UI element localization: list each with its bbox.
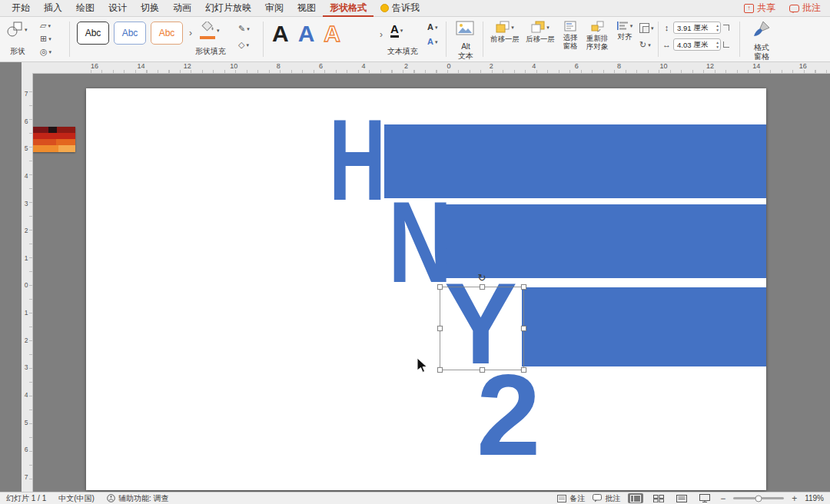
reorder-objects-button[interactable]: 重新排序对象: [583, 21, 612, 51]
shape-options-button[interactable]: ◎▾: [40, 47, 51, 57]
shape-width-input[interactable]: 4.03 厘米 ▴▾: [673, 38, 721, 51]
shape-style-preset-3[interactable]: Abc: [151, 22, 183, 45]
tab-tell-me[interactable]: 告诉我: [374, 0, 427, 17]
offslide-image[interactable]: [32, 127, 75, 152]
normal-view-icon: [630, 495, 641, 502]
resize-handle-bottom-left[interactable]: [437, 367, 443, 373]
ribbon-divider: [69, 22, 70, 57]
comment-icon: [593, 494, 602, 502]
shape-outline-button[interactable]: ✎▾: [238, 24, 250, 34]
text-outline-button[interactable]: A▾: [427, 22, 437, 32]
shape-fill-button[interactable]: ▾: [200, 22, 220, 39]
more-styles-button[interactable]: ›: [189, 28, 192, 38]
resize-handle-top[interactable]: [480, 284, 485, 290]
slide-letter-2[interactable]: 2: [476, 357, 540, 472]
insert-shape-button[interactable]: ▾: [6, 21, 28, 38]
editing-canvas[interactable]: H N Y 2 ↻: [0, 73, 830, 492]
tab-review[interactable]: 审阅: [258, 0, 290, 17]
edit-shape-button[interactable]: ▱▾: [40, 21, 51, 31]
alt-text-button[interactable]: [456, 21, 474, 39]
tab-animations[interactable]: 动画: [166, 0, 198, 17]
shape-style-preset-2[interactable]: Abc: [114, 22, 146, 45]
height-stepper[interactable]: ▴▾: [716, 23, 720, 32]
tab-view[interactable]: 视图: [290, 0, 323, 17]
selection-box[interactable]: ↻: [440, 287, 524, 370]
ruler-number: 2: [25, 227, 28, 234]
accessibility-icon: [107, 494, 115, 502]
rotate-button[interactable]: ↻▾: [639, 40, 654, 50]
palette-stripe: [32, 127, 75, 133]
slide-sorter-button[interactable]: [651, 493, 666, 503]
ruler-number: 7: [25, 473, 28, 481]
more-wordart-button[interactable]: ›: [380, 29, 383, 40]
tab-transitions[interactable]: 切换: [134, 0, 166, 17]
wordart-gallery: A A A: [272, 19, 340, 48]
monitor-icon: [699, 494, 710, 502]
rotation-handle[interactable]: ↻: [478, 272, 486, 284]
comments-button[interactable]: 批注: [789, 2, 821, 15]
paintbrush-icon: [752, 20, 771, 38]
selection-pane-button[interactable]: 选择窗格: [558, 21, 583, 51]
tab-slideshow[interactable]: 幻灯片放映: [198, 0, 258, 17]
shape-effects-button[interactable]: ◇▾: [238, 40, 250, 50]
chevron-down-icon: ▾: [247, 26, 250, 32]
notes-button[interactable]: 备注: [557, 493, 585, 504]
shape-height-input[interactable]: 3.91 厘米 ▴▾: [673, 22, 721, 34]
tab-draw[interactable]: 绘图: [69, 0, 101, 17]
resize-handle-right[interactable]: [521, 326, 526, 331]
ruler-number: 6: [575, 62, 579, 70]
wordart-preset-2[interactable]: A: [298, 22, 315, 45]
slideshow-button[interactable]: [697, 493, 712, 503]
tab-insert[interactable]: 插入: [37, 0, 69, 17]
send-backward-button[interactable]: ▾ 后移一层: [523, 21, 558, 44]
language-indicator[interactable]: 中文(中国): [58, 493, 95, 504]
tab-shape-format[interactable]: 形状格式: [323, 0, 374, 17]
slide-letter-n[interactable]: N: [388, 184, 452, 300]
normal-view-button[interactable]: [628, 493, 643, 503]
slide-canvas[interactable]: H N Y 2 ↻: [86, 88, 766, 490]
accessibility-status[interactable]: 辅助功能: 调查: [107, 493, 169, 504]
shapes-icon: [6, 21, 23, 38]
palette-stripe: [32, 133, 75, 139]
resize-handle-left[interactable]: [437, 326, 443, 331]
slide-bar-y[interactable]: [522, 287, 766, 366]
shape-style-preset-1[interactable]: Abc: [77, 22, 109, 45]
chevron-down-icon: ▾: [435, 39, 438, 45]
text-fill-button[interactable]: A ▾: [390, 23, 403, 38]
chevron-down-icon: ▾: [246, 42, 249, 48]
bring-forward-button[interactable]: ▾ 前移一层: [487, 21, 523, 44]
merge-shapes-button[interactable]: ⊞▾: [40, 34, 51, 44]
height-unit: 厘米: [694, 23, 709, 33]
zoom-level[interactable]: 119%: [805, 494, 824, 502]
group-objects-button[interactable]: ▾: [639, 23, 654, 33]
tab-design[interactable]: 设计: [101, 0, 134, 17]
tab-home[interactable]: 开始: [5, 0, 37, 17]
slide-sorter-icon: [653, 495, 664, 502]
share-button[interactable]: ↑ 共享: [744, 2, 775, 15]
wordart-preset-3[interactable]: A: [324, 22, 340, 45]
horizontal-ruler[interactable]: 1614121086420246810121416: [22, 61, 830, 74]
reading-view-button[interactable]: [674, 493, 689, 503]
ruler-number: 1: [25, 254, 28, 262]
status-bar: 幻灯片 1 / 1 中文(中国) 辅助功能: 调查 备注 批注: [0, 492, 830, 504]
zoom-out-button[interactable]: −: [720, 493, 725, 504]
status-bar-right: 备注 批注: [557, 493, 824, 504]
wordart-preset-1[interactable]: A: [272, 22, 289, 45]
chevron-down-icon: ▾: [217, 28, 220, 33]
slide-letter-h[interactable]: H: [329, 102, 386, 217]
zoom-in-button[interactable]: +: [792, 493, 797, 504]
vertical-ruler[interactable]: 765432101234567: [22, 73, 33, 492]
width-stepper[interactable]: ▴▾: [716, 40, 720, 49]
resize-handle-top-right[interactable]: [521, 284, 526, 290]
chevron-down-icon: ▾: [511, 25, 514, 30]
resize-handle-top-left[interactable]: [437, 284, 443, 290]
status-comments-button[interactable]: 批注: [593, 493, 620, 504]
resize-handle-bottom[interactable]: [480, 367, 485, 373]
zoom-slider[interactable]: [733, 497, 784, 499]
format-pane-button[interactable]: [752, 20, 771, 41]
align-button[interactable]: ▾ 对齐: [612, 21, 638, 41]
text-effects-button[interactable]: A▾: [427, 37, 437, 46]
resize-handle-bottom-right[interactable]: [521, 367, 526, 373]
fill-color-swatch: [200, 36, 215, 39]
zoom-slider-thumb[interactable]: [755, 495, 762, 502]
